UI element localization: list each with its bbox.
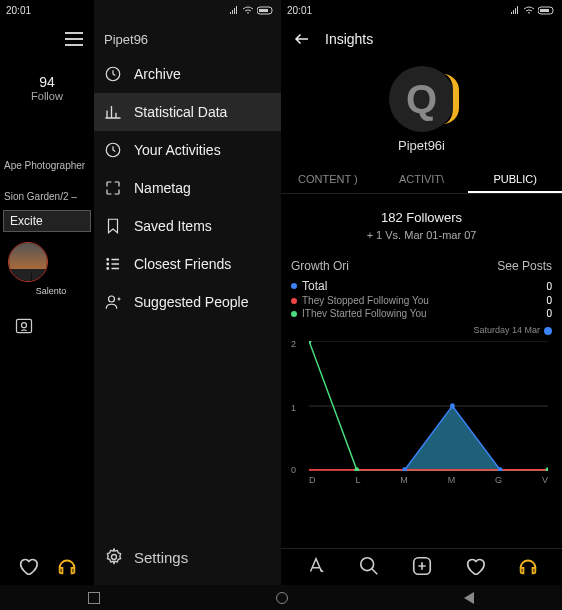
excite-button[interactable]: Excite [3,210,91,232]
tab-content[interactable]: CONTENT ) [281,167,375,193]
svg-marker-16 [405,406,501,470]
menu-label: Closest Friends [134,256,231,272]
archive-icon [104,65,122,83]
xtick: L [355,475,360,485]
insights-username: Pipet96i [281,138,562,153]
ytick: 2 [291,339,296,349]
date-dot-icon [544,327,552,335]
tab-activity[interactable]: ACTIVIT\ [375,167,469,193]
growth-label: Growth Ori [291,259,349,273]
avatar: Q [389,66,455,132]
followers-count: 182 Followers [281,210,562,225]
menu-archive[interactable]: Archive [94,55,281,93]
svg-rect-0 [17,319,32,332]
xtick: M [400,475,408,485]
follow-label: Follow [0,90,94,102]
profile-location: Sion Garden/2 – [4,191,90,202]
tagged-icon[interactable] [14,316,94,336]
menu-statistical-data[interactable]: Statistical Data [94,93,281,131]
ytick: 1 [291,403,296,413]
growth-chart: 2 1 0 D L M M G [309,341,548,471]
font-icon[interactable] [305,555,327,577]
menu-label: Archive [134,66,181,82]
xtick: M [448,475,456,485]
chart-date: Saturday 14 Mar [473,325,540,335]
xtick: V [542,475,548,485]
hamburger-menu-icon[interactable] [65,32,83,46]
status-icons [510,6,556,15]
nav-recent-icon[interactable] [88,592,100,604]
menu-label: Saved Items [134,218,212,234]
status-icons [229,6,275,15]
svg-point-20 [450,403,455,408]
svg-rect-12 [540,9,549,12]
back-arrow-icon[interactable] [293,30,311,48]
xtick: G [495,475,502,485]
value-total: 0 [546,281,552,292]
followers-delta: + 1 Vs. Mar 01-mar 07 [281,229,562,241]
svg-point-9 [109,296,115,302]
add-person-icon [104,293,122,311]
svg-point-18 [354,467,359,471]
status-time: 20:01 [287,5,312,16]
activity-icon [104,141,122,159]
svg-point-7 [107,263,109,265]
headphones-icon[interactable] [517,555,539,577]
page-title: Insights [325,31,373,47]
svg-point-23 [360,558,373,571]
svg-point-8 [107,268,109,270]
list-icon [104,255,122,273]
statusbar: 20:01 [281,0,562,20]
legend-total: Total [302,279,327,293]
menu-label: Suggested People [134,294,248,310]
stats-icon [104,103,122,121]
ytick: 0 [291,465,296,475]
profile-role: Ape Photographer [4,160,90,171]
nav-back-icon[interactable] [464,592,474,604]
menu-saved-items[interactable]: Saved Items [94,207,281,245]
menu-label: Your Activities [134,142,221,158]
heart-icon[interactable] [464,555,486,577]
status-time: 20:01 [6,5,31,16]
xtick: D [309,475,316,485]
menu-nametag[interactable]: Nametag [94,169,281,207]
menu-username: Pipet96 [94,20,281,55]
android-navbar [0,585,562,610]
menu-label: Nametag [134,180,191,196]
value-started: 0 [546,308,552,319]
svg-point-6 [107,259,109,261]
settings-label: Settings [134,549,188,566]
tab-public[interactable]: PUBLIC) [468,167,562,193]
nav-home-icon[interactable] [276,592,288,604]
legend-started: IThev Started Following You [302,308,427,319]
nametag-icon [104,179,122,197]
statusbar [94,0,281,20]
story-highlight[interactable]: Salento [8,242,94,296]
menu-label: Statistical Data [134,104,227,120]
heart-icon[interactable] [17,555,39,577]
see-posts-link[interactable]: See Posts [497,259,552,273]
story-label: Salento [8,286,94,296]
follow-count: 94 [0,74,94,90]
menu-your-activities[interactable]: Your Activities [94,131,281,169]
bookmark-icon [104,217,122,235]
headphones-icon[interactable] [56,555,78,577]
menu-settings[interactable]: Settings [94,537,281,577]
statusbar: 20:01 [0,0,94,20]
svg-point-10 [112,555,117,560]
value-stopped: 0 [546,295,552,306]
svg-point-1 [22,323,27,328]
svg-point-22 [546,467,548,471]
menu-closest-friends[interactable]: Closest Friends [94,245,281,283]
legend-stopped: They Stopped Following You [302,295,429,306]
add-post-icon[interactable] [411,555,433,577]
svg-rect-3 [259,9,268,12]
gear-icon [104,547,124,567]
search-icon[interactable] [358,555,380,577]
follow-stat[interactable]: 94 Follow [0,74,94,102]
svg-point-17 [309,341,311,344]
menu-suggested-people[interactable]: Suggested People [94,283,281,321]
